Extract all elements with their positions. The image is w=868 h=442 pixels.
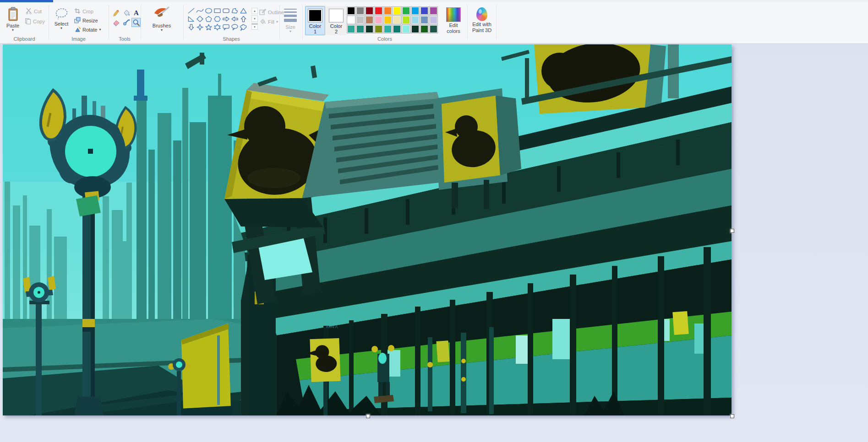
palette-swatch[interactable] [356, 7, 364, 15]
palette-swatch[interactable] [393, 25, 401, 33]
palette-swatch[interactable] [375, 7, 382, 15]
paint3d-icon [476, 7, 487, 21]
color2-swatch [329, 9, 344, 22]
palette-swatch[interactable] [411, 16, 419, 24]
palette-swatch[interactable] [411, 25, 419, 33]
clipboard-group-label: Clipboard [0, 36, 49, 42]
color2-number: 2 [335, 29, 338, 34]
fill-with-color-tool[interactable] [121, 8, 131, 17]
shape-polygon[interactable] [230, 6, 239, 15]
shapes-group-label: Shapes [183, 36, 279, 42]
shape-oval[interactable] [204, 6, 213, 15]
size-button[interactable]: Size ▾ [280, 6, 300, 34]
shape-fill-button[interactable]: Fill ▾ [259, 18, 278, 26]
palette-swatch[interactable] [356, 25, 364, 33]
select-button[interactable]: Select ▾ [51, 6, 71, 31]
color1-button[interactable]: Color 1 [305, 6, 325, 35]
rotate-dropdown-arrow: ▾ [99, 28, 101, 31]
palette-swatch[interactable] [366, 25, 373, 33]
shape-oval-callout[interactable] [230, 23, 239, 31]
palette-swatch[interactable] [347, 16, 355, 24]
shapes-scroll-down[interactable]: ▾ [251, 16, 258, 22]
paste-button[interactable]: Paste ▾ [3, 6, 23, 32]
selection-handle-bottom[interactable] [366, 414, 370, 418]
palette-swatch[interactable] [347, 7, 355, 15]
palette-swatch[interactable] [430, 7, 437, 15]
shape-up-arrow[interactable] [239, 15, 248, 23]
crop-button[interactable]: Crop [74, 8, 93, 15]
palette-swatch[interactable] [384, 7, 392, 15]
shape-curve[interactable] [196, 6, 204, 15]
shapes-scroll-up[interactable]: ▴ [251, 8, 258, 14]
colors-group-label: Colors [321, 36, 449, 42]
shape-right-triangle[interactable] [187, 15, 196, 23]
color2-button[interactable]: Color 2 [326, 6, 346, 35]
fill-label: Fill [268, 19, 274, 25]
palette-swatch[interactable] [366, 7, 373, 15]
shape-rounded-rectangle[interactable] [222, 6, 230, 15]
shapes-more-button[interactable]: ▾ [251, 23, 258, 30]
palette-swatch[interactable] [402, 7, 410, 15]
lasso-select-icon [54, 7, 69, 21]
palette-swatch[interactable] [402, 16, 410, 24]
shape-down-arrow[interactable] [187, 23, 196, 31]
crop-icon [74, 8, 81, 15]
shape-six-point-star[interactable] [213, 23, 222, 31]
palette-swatch[interactable] [420, 16, 428, 24]
color1-swatch [308, 9, 322, 22]
eraser-tool[interactable] [111, 18, 120, 27]
palette-swatch[interactable] [430, 16, 437, 24]
cut-button[interactable]: Cut [26, 8, 42, 15]
group-divider [109, 5, 109, 40]
shape-cloud-callout[interactable] [239, 23, 248, 31]
palette-swatch[interactable] [430, 25, 437, 33]
copy-icon [25, 18, 31, 25]
text-tool[interactable]: A [131, 8, 141, 17]
crop-label: Crop [82, 9, 93, 14]
shape-right-arrow[interactable] [222, 15, 230, 23]
size-dropdown-arrow: ▾ [289, 30, 291, 33]
resize-button[interactable]: Resize [74, 17, 98, 24]
magnifier-tool[interactable] [131, 18, 141, 27]
palette-swatch[interactable] [411, 7, 419, 15]
palette-swatch[interactable] [420, 25, 428, 33]
selection-handle-bottom-right[interactable] [730, 414, 734, 418]
shape-five-point-star[interactable] [204, 23, 213, 31]
palette-swatch[interactable] [402, 25, 410, 33]
palette-swatch[interactable] [384, 16, 392, 24]
shape-rectangle[interactable] [213, 6, 222, 15]
shape-diamond[interactable] [196, 15, 204, 23]
edit-with-paint3d-button[interactable]: Edit with Paint 3D [469, 6, 495, 34]
palette-swatch[interactable] [420, 7, 428, 15]
brush-icon [153, 6, 170, 22]
pencil-tool[interactable] [111, 8, 120, 17]
scissors-icon [26, 8, 32, 15]
brushes-button[interactable]: Brushes ▾ [146, 5, 178, 32]
paint-canvas[interactable]: KIIN A [3, 44, 732, 415]
shapes-scroll: ▴ ▾ ▾ [251, 8, 258, 30]
clipboard-icon [7, 7, 19, 22]
palette-swatch[interactable] [375, 25, 382, 33]
palette-swatch[interactable] [393, 7, 401, 15]
copy-button[interactable]: Copy [25, 18, 45, 25]
shape-rounded-callout[interactable] [222, 23, 230, 31]
edit-colors-button[interactable]: Edit colors [442, 6, 465, 35]
rotate-button[interactable]: Rotate ▾ [74, 26, 101, 33]
palette-swatch[interactable] [384, 25, 392, 33]
palette-swatch[interactable] [356, 16, 364, 24]
shape-left-arrow[interactable] [230, 15, 239, 23]
palette-swatch[interactable] [393, 16, 401, 24]
shape-triangle[interactable] [239, 6, 248, 15]
selection-handle-right[interactable] [730, 229, 734, 233]
palette-swatch[interactable] [347, 25, 355, 33]
edit-colors-icon [446, 7, 461, 22]
color-picker-tool[interactable] [121, 18, 131, 27]
palette-swatch[interactable] [366, 16, 373, 24]
shape-line[interactable] [187, 6, 196, 15]
shape-pentagon[interactable] [204, 15, 213, 23]
color1-number: 1 [314, 29, 317, 34]
shape-hexagon[interactable] [213, 15, 222, 23]
palette-swatch[interactable] [375, 16, 382, 24]
edit-colors-label-1: Edit [449, 22, 458, 28]
shape-four-point-star[interactable] [196, 23, 204, 31]
